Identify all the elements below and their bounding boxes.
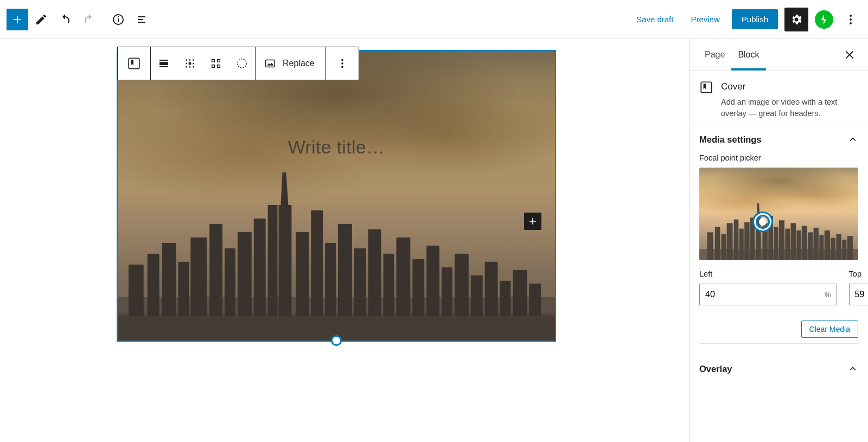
svg-rect-78 [831,238,835,260]
sidebar-tabs: Page Block [690,39,868,71]
align-button[interactable] [151,47,177,80]
list-view-icon [136,13,149,26]
focal-top-input[interactable] [850,290,868,299]
svg-rect-7 [159,60,168,61]
svg-point-17 [189,66,191,68]
cover-image [118,51,555,341]
overlay-toggle[interactable]: Overlay [690,355,868,383]
duotone-button[interactable] [229,47,255,80]
svg-rect-57 [707,232,713,260]
media-settings-heading: Media settings [699,134,762,145]
svg-rect-20 [266,60,275,67]
tab-page[interactable]: Page [698,39,731,70]
settings-toggle-button[interactable] [784,8,808,31]
svg-rect-80 [842,240,846,260]
more-menu-button[interactable] [840,9,861,30]
undo-button[interactable] [54,9,76,30]
svg-rect-1 [118,18,119,22]
focal-top-label: Top [849,270,868,278]
header-left [7,9,153,30]
svg-point-4 [850,18,852,21]
svg-point-3 [850,15,852,17]
focal-left-field[interactable]: % [699,284,837,305]
svg-rect-79 [836,234,841,260]
add-icon [11,13,24,26]
list-view-button[interactable] [131,9,153,30]
cover-block-icon [699,80,713,94]
svg-rect-8 [159,62,168,65]
inner-block-appender[interactable] [524,213,541,230]
content-position-button[interactable] [177,47,203,80]
media-settings-toggle[interactable]: Media settings [690,125,868,153]
clear-media-button[interactable]: Clear Media [801,321,858,338]
info-icon [112,13,125,26]
svg-rect-9 [159,66,168,67]
details-button[interactable] [107,9,129,30]
svg-rect-68 [774,227,778,260]
svg-rect-74 [808,232,813,260]
close-sidebar-button[interactable] [840,45,859,65]
svg-rect-72 [796,230,801,260]
preview-button[interactable]: Preview [685,10,725,28]
edit-mode-button[interactable] [30,9,52,30]
svg-point-10 [186,59,187,61]
editor-canvas[interactable]: Replace [0,39,689,442]
svg-rect-63 [744,222,749,260]
publish-button[interactable]: Publish [732,9,778,29]
jetpack-button[interactable] [815,10,833,29]
svg-rect-59 [722,234,726,260]
full-height-button[interactable] [203,47,229,80]
content-position-icon [184,57,196,69]
more-vertical-icon [844,13,857,26]
cover-block-icon [127,56,141,71]
gear-icon [790,13,803,26]
svg-rect-73 [802,226,807,260]
add-icon [527,216,538,227]
focal-top-field[interactable]: % [849,284,868,305]
svg-rect-60 [727,223,733,260]
svg-rect-2 [118,16,119,17]
svg-rect-71 [791,223,796,260]
block-type-button[interactable] [118,47,150,80]
more-vertical-icon [336,57,348,69]
svg-marker-65 [756,203,761,260]
svg-point-16 [186,66,187,68]
svg-rect-6 [129,58,139,69]
focal-point-picker[interactable] [699,168,858,260]
undo-icon [59,13,72,26]
cover-title-input[interactable]: Write title… [288,137,385,158]
block-card: Cover Add an image or video with a text … [690,71,868,125]
block-card-title: Cover [721,81,858,92]
redo-icon [82,13,95,26]
focal-left-input[interactable] [700,290,819,299]
block-toolbar: Replace [117,47,359,80]
jetpack-icon [819,14,829,25]
svg-rect-70 [785,228,790,260]
image-icon [264,57,276,69]
media-settings-body: Focal point picker [690,153,868,355]
replace-media-button[interactable]: Replace [256,57,326,69]
svg-point-15 [193,63,194,65]
svg-rect-62 [739,228,744,260]
svg-rect-75 [814,228,819,260]
block-inserter-button[interactable] [7,9,28,30]
resize-handle-bottom[interactable] [331,335,342,346]
block-more-button[interactable] [326,47,359,80]
chevron-up-icon [847,134,858,145]
svg-point-18 [193,66,194,68]
cover-block[interactable]: Write title… [117,50,556,342]
svg-point-12 [193,59,194,61]
pencil-icon [35,13,48,26]
svg-point-11 [189,59,191,61]
save-draft-button[interactable]: Save draft [631,10,679,28]
tab-block[interactable]: Block [731,39,765,70]
focal-point-marker[interactable] [754,213,771,230]
redo-button[interactable] [78,9,100,30]
fullwidth-icon [210,57,222,69]
svg-rect-55 [701,82,712,93]
svg-rect-77 [825,230,830,260]
svg-rect-76 [819,235,824,260]
svg-rect-58 [715,227,720,260]
close-icon [844,49,856,61]
block-card-description: Add an image or video with a text overla… [721,97,858,119]
